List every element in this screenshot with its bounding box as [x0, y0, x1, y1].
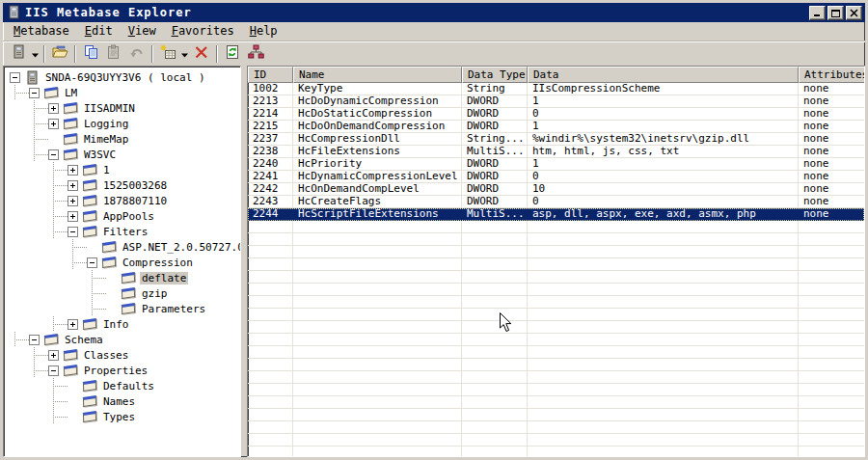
menu-help[interactable]: Help	[242, 23, 285, 40]
menu-edit[interactable]: Edit	[77, 23, 121, 40]
empty-cell	[248, 233, 293, 246]
delete-button[interactable]	[190, 43, 213, 65]
cell-id: 2214	[248, 108, 293, 121]
new-key-dropdown[interactable]	[179, 43, 190, 65]
property-row-2240[interactable]: 2240HcPriorityDWORD1none	[248, 158, 864, 171]
expand-plus-icon[interactable]	[48, 350, 59, 361]
tree-node-properties[interactable]: Properties	[4, 363, 240, 378]
connect-server-button[interactable]	[7, 43, 30, 65]
expand-plus-icon[interactable]	[68, 180, 78, 191]
property-row-1002[interactable]: 1002KeyTypeStringIIsCompressionSchemenon…	[248, 83, 864, 95]
open-folder-button[interactable]	[48, 43, 71, 65]
tree-node-gzip[interactable]: gzip	[4, 285, 240, 301]
tree-connector	[53, 386, 68, 387]
collapse-minus-icon[interactable]	[68, 227, 78, 237]
tree-connector	[53, 401, 68, 402]
tree-node-deflate[interactable]: deflate	[4, 270, 240, 285]
menu-favorites[interactable]: Favorites	[164, 23, 242, 40]
tree-node-1525003268[interactable]: 1525003268	[4, 177, 240, 193]
tree-node-types[interactable]: Types	[4, 409, 240, 424]
tree-node-parameters[interactable]: Parameters	[4, 301, 240, 316]
tree-node-w3svc[interactable]: W3SVC	[4, 147, 240, 162]
cell-attributes: none	[799, 196, 865, 208]
property-row-2237[interactable]: 2237HcCompressionDllString...%windir%\sy…	[248, 133, 864, 146]
empty-cell	[462, 384, 528, 396]
cell-id: 2237	[248, 133, 293, 146]
property-row-2241[interactable]: 2241HcDynamicCompressionLevelDWORD0none	[248, 171, 864, 183]
empty-cell	[462, 296, 528, 309]
paste-button[interactable]	[102, 43, 125, 65]
collapse-minus-icon[interactable]	[48, 365, 59, 376]
tree-node-1[interactable]: 1	[4, 162, 240, 177]
cell-data: 0	[528, 171, 799, 183]
tree-node-label: Info	[101, 318, 131, 331]
collapse-minus-icon[interactable]	[10, 72, 20, 83]
undo-button[interactable]	[125, 43, 149, 65]
tree-node-asp-net-2-0-50727-0[interactable]: ASP.NET_2.0.50727.0	[4, 239, 240, 255]
tree-node-apppools[interactable]: AppPools	[4, 208, 240, 224]
tree-connector	[72, 262, 88, 263]
column-header-id[interactable]: ID	[248, 67, 293, 83]
empty-cell	[799, 346, 865, 359]
empty-cell	[293, 346, 462, 359]
tree-node-names[interactable]: Names	[4, 393, 240, 409]
tree-node-schema[interactable]: Schema	[4, 332, 240, 347]
collapse-minus-icon[interactable]	[87, 257, 97, 268]
tree-node-mimemap[interactable]: MimeMap	[4, 131, 240, 147]
minimize-button[interactable]	[809, 6, 826, 20]
tree-node-1878807110[interactable]: 1878807110	[4, 193, 240, 208]
property-row-2242[interactable]: 2242HcOnDemandCompLevelDWORD10none	[248, 183, 864, 196]
expand-plus-icon[interactable]	[48, 119, 59, 129]
property-row-2214[interactable]: 2214HcDoStaticCompressionDWORD0none	[248, 108, 864, 121]
tree-node-logging[interactable]: Logging	[4, 116, 240, 131]
empty-row	[248, 421, 864, 434]
tree-node-compression[interactable]: Compression	[4, 255, 240, 270]
expand-plus-icon[interactable]	[68, 165, 78, 176]
tree-node-classes[interactable]: Classes	[4, 347, 240, 363]
property-row-2243[interactable]: 2243HcCreateFlagsDWORD0none	[248, 196, 864, 208]
expand-plus-icon[interactable]	[68, 211, 78, 222]
tree-node-label: 1	[101, 164, 112, 176]
tree-node-snda-69q3uyy3v6-local-[interactable]: SNDA-69Q3UYY3V6 ( local )	[4, 69, 240, 85]
collapse-minus-icon[interactable]	[29, 335, 40, 345]
property-row-2238[interactable]: 2238HcFileExtensionsMultiS...htm, html, …	[248, 146, 864, 158]
tree-node-filters[interactable]: Filters	[4, 224, 240, 239]
empty-cell	[799, 421, 865, 434]
menu-metabase[interactable]: Metabase	[6, 23, 77, 40]
connect-server-dropdown[interactable]	[30, 43, 41, 65]
empty-cell	[462, 233, 528, 246]
column-header-data[interactable]: Data	[528, 67, 799, 83]
tree-node-lm[interactable]: LM	[4, 85, 240, 100]
refresh-button[interactable]	[221, 43, 244, 65]
maximize-button[interactable]	[827, 6, 844, 20]
property-row-2244[interactable]: 2244HcScriptFileExtensionsMultiS...asp, …	[248, 208, 864, 221]
property-row-2215[interactable]: 2215HcDoOnDemandCompressionDWORD1none	[248, 121, 864, 133]
empty-cell	[293, 446, 462, 457]
close-button[interactable]	[846, 6, 862, 20]
empty-cell	[528, 296, 799, 309]
collapse-minus-icon[interactable]	[48, 149, 59, 160]
expand-plus-icon[interactable]	[68, 319, 78, 330]
empty-cell	[293, 233, 462, 246]
copy-button[interactable]	[79, 43, 102, 65]
empty-cell	[528, 446, 799, 457]
new-key-button[interactable]	[156, 43, 179, 65]
collapse-minus-icon[interactable]	[29, 88, 40, 98]
cell-attributes: none	[799, 95, 865, 108]
cell-type: String...	[462, 133, 528, 146]
tree-node-info[interactable]: Info	[4, 316, 240, 332]
empty-cell	[462, 409, 528, 421]
hierarchy-button[interactable]	[244, 43, 267, 65]
column-header-data-type[interactable]: Data Type	[462, 67, 528, 83]
column-header-name[interactable]: Name	[293, 67, 462, 83]
expand-plus-icon[interactable]	[48, 103, 59, 114]
expand-plus-icon[interactable]	[68, 196, 78, 206]
empty-cell	[528, 384, 799, 396]
property-row-2213[interactable]: 2213HcDoDynamicCompressionDWORD1none	[248, 95, 864, 108]
menu-view[interactable]: View	[121, 23, 164, 40]
column-header-attributes[interactable]: Attributes	[799, 67, 865, 83]
empty-cell	[248, 334, 293, 346]
cell-data: asp, dll, aspx, exe, axd, asmx, php	[528, 208, 799, 221]
tree-node-iisadmin[interactable]: IISADMIN	[4, 100, 240, 116]
tree-node-defaults[interactable]: Defaults	[4, 378, 240, 393]
